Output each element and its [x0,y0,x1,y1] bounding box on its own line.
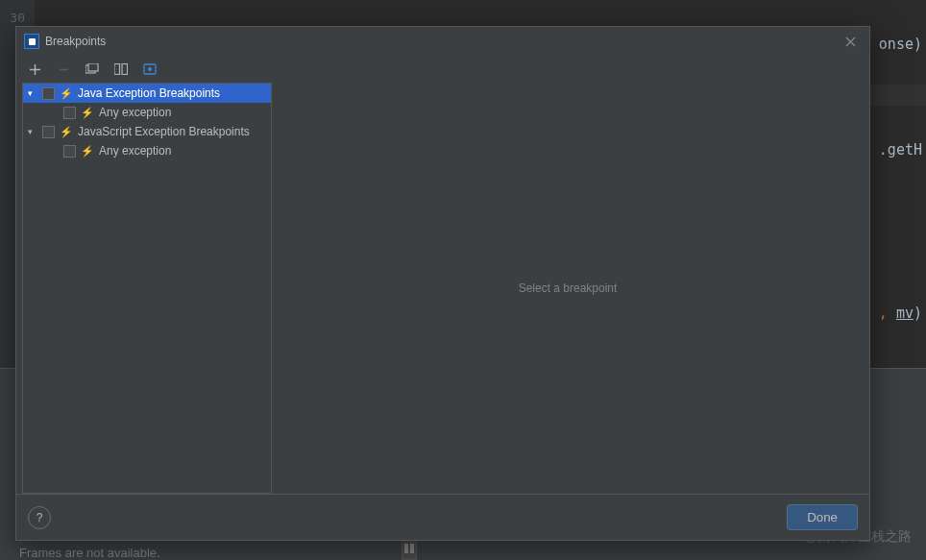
tree-group-js-exceptions[interactable]: ▾ ⚡ JavaScript Exception Breakpoints [23,122,271,141]
checkbox[interactable] [42,126,55,138]
detail-panel: Select a breakpoint [272,83,864,494]
add-icon[interactable] [26,61,43,78]
checkbox[interactable] [63,145,76,158]
breakpoint-tree[interactable]: ▾ ⚡ Java Exception Breakpoints ⚡ Any exc… [22,83,272,494]
svg-point-7 [148,67,152,71]
frames-status: Frames are not available. [19,546,160,560]
tree-item-any-exception[interactable]: ⚡ Any exception [23,141,271,160]
bolt-icon: ⚡ [81,145,94,158]
tree-label: Any exception [99,106,171,119]
done-button[interactable]: Done [787,504,858,530]
help-icon[interactable]: ? [28,506,51,529]
tree-label: JavaScript Exception Breakpoints [78,125,250,138]
svg-rect-3 [88,63,98,71]
checkbox[interactable] [42,87,55,100]
placeholder-text: Select a breakpoint [519,281,618,295]
tree-group-java-exceptions[interactable]: ▾ ⚡ Java Exception Breakpoints [23,84,271,103]
chevron-down-icon[interactable]: ▾ [28,127,37,136]
svg-rect-4 [114,64,120,75]
chevron-down-icon[interactable]: ▾ [28,88,37,98]
svg-rect-0 [404,544,408,553]
view-by-icon[interactable] [112,61,130,78]
breakpoints-dialog: Breakpoints ▾ ⚡ Java Exception Breakpoi [15,26,870,541]
svg-rect-5 [122,64,128,75]
app-icon [24,34,39,49]
svg-rect-1 [410,544,414,553]
tree-label: Any exception [99,144,171,158]
toolbar [16,56,869,83]
tree-item-any-exception[interactable]: ⚡ Any exception [23,103,271,122]
bolt-icon: ⚡ [60,87,73,100]
group-by-icon[interactable] [84,61,101,78]
code-fragment: onse) [879,36,922,53]
dialog-footer: ? Done [16,494,869,540]
dialog-title: Breakpoints [45,35,106,48]
filter-icon[interactable] [141,61,158,78]
code-fragment: , mv) [879,304,922,322]
checkbox[interactable] [63,107,76,119]
bolt-icon: ⚡ [81,107,94,119]
remove-icon [55,61,72,78]
bolt-icon: ⚡ [60,126,73,138]
dialog-titlebar[interactable]: Breakpoints [16,27,869,56]
close-icon[interactable] [839,30,862,53]
tree-label: Java Exception Breakpoints [78,86,220,100]
code-fragment: .getH [879,141,922,158]
